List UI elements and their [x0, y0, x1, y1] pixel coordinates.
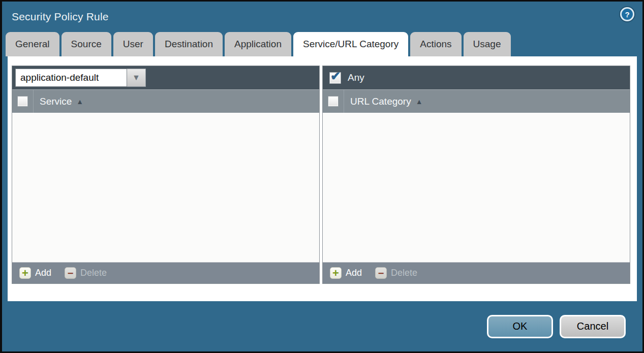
url-category-column-label[interactable]: URL Category: [350, 96, 411, 107]
tab-bar: General Source User Destination Applicat…: [2, 32, 642, 56]
service-delete-button[interactable]: − Delete: [65, 267, 107, 279]
tab-source[interactable]: Source: [62, 32, 111, 56]
minus-icon: −: [375, 267, 387, 279]
service-select-all-cell: [12, 90, 34, 113]
service-table-header: Service ▲: [12, 89, 319, 113]
url-category-panel: ✔ Any URL Category ▲ + Add: [322, 66, 630, 284]
service-type-dropdown-value[interactable]: application-default: [15, 69, 127, 87]
dialog-button-bar: OK Cancel: [2, 301, 642, 351]
plus-glyph: +: [22, 268, 28, 279]
tab-user[interactable]: User: [113, 32, 153, 56]
tab-general[interactable]: General: [6, 32, 59, 56]
minus-glyph: −: [68, 268, 74, 278]
minus-glyph: −: [378, 268, 384, 278]
tab-actions[interactable]: Actions: [410, 32, 461, 56]
url-category-toolbar: + Add − Delete: [323, 262, 630, 283]
url-category-panel-header: ✔ Any: [323, 66, 630, 89]
service-panel: application-default ▼ Service ▲ +: [12, 66, 320, 284]
service-add-button[interactable]: + Add: [19, 267, 51, 279]
tab-service-url-category[interactable]: Service/URL Category: [293, 32, 408, 56]
service-select-all-checkbox[interactable]: [17, 96, 28, 107]
minus-icon: −: [65, 267, 76, 279]
plus-glyph: +: [332, 268, 339, 279]
security-policy-rule-dialog: Security Policy Rule ? General Source Us…: [0, 0, 644, 353]
url-category-add-button[interactable]: + Add: [330, 267, 362, 279]
url-category-select-all-checkbox[interactable]: [328, 96, 339, 107]
titlebar: Security Policy Rule ?: [2, 2, 642, 32]
tab-usage[interactable]: Usage: [464, 32, 511, 56]
service-type-dropdown[interactable]: application-default ▼: [15, 69, 146, 87]
url-category-select-all-cell: [323, 90, 344, 113]
tab-application[interactable]: Application: [225, 32, 291, 56]
help-icon-glyph: ?: [625, 10, 629, 19]
any-checkbox[interactable]: ✔: [329, 72, 341, 84]
ok-button[interactable]: OK: [487, 315, 553, 338]
help-icon[interactable]: ?: [620, 7, 634, 21]
tab-destination[interactable]: Destination: [155, 32, 223, 56]
url-category-add-label: Add: [346, 268, 362, 278]
sort-ascending-icon[interactable]: ▲: [416, 98, 423, 105]
service-toolbar: + Add − Delete: [12, 262, 319, 283]
any-checkbox-row: ✔ Any: [326, 72, 364, 84]
service-add-label: Add: [35, 268, 51, 278]
service-table-body: [12, 113, 319, 262]
plus-icon: +: [330, 267, 342, 279]
service-delete-label: Delete: [80, 268, 107, 278]
chevron-down-glyph: ▼: [132, 73, 140, 82]
chevron-down-icon[interactable]: ▼: [127, 69, 146, 87]
url-category-delete-button[interactable]: − Delete: [375, 267, 417, 279]
any-checkbox-label[interactable]: Any: [348, 72, 364, 83]
tab-content: application-default ▼ Service ▲ +: [8, 56, 637, 301]
check-icon: ✔: [330, 69, 341, 83]
url-category-table-header: URL Category ▲: [323, 89, 630, 113]
sort-ascending-icon[interactable]: ▲: [76, 98, 83, 105]
cancel-button[interactable]: Cancel: [560, 315, 626, 338]
page-title: Security Policy Rule: [12, 11, 109, 23]
url-category-table-body: [323, 113, 630, 262]
url-category-delete-label: Delete: [391, 268, 417, 278]
service-column-label[interactable]: Service: [40, 96, 72, 107]
plus-icon: +: [19, 267, 31, 279]
service-panel-header: application-default ▼: [12, 66, 319, 89]
